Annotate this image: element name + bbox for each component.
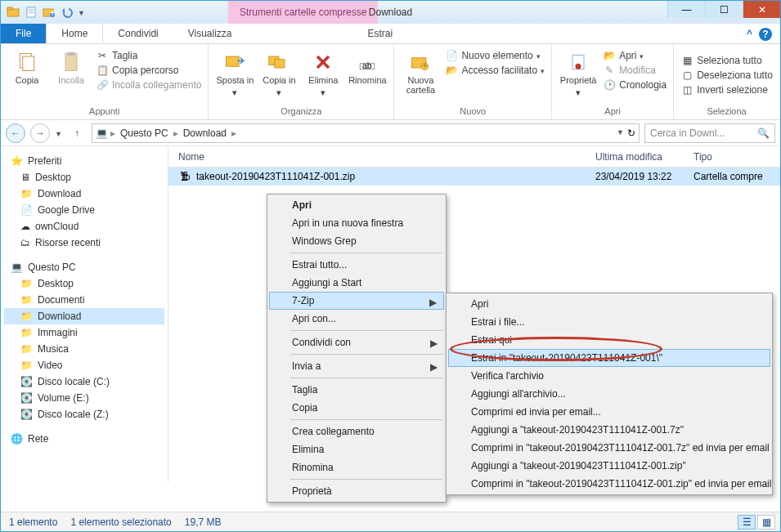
contextual-tab-header: Strumenti cartelle compresse xyxy=(228,1,378,24)
col-date[interactable]: Ultima modifica xyxy=(595,151,693,163)
ctx-share-with[interactable]: Condividi con▶ xyxy=(269,333,444,351)
sidebar-fav-desktop[interactable]: 🖥Desktop xyxy=(4,169,164,186)
col-type[interactable]: Tipo xyxy=(693,151,780,163)
extract-tab[interactable]: Estrai xyxy=(353,23,408,43)
move-to-button[interactable]: Sposta in▾ xyxy=(215,46,254,96)
sidebar-pc-docs[interactable]: 📁Documenti xyxy=(4,292,164,308)
close-button[interactable]: ✕ xyxy=(743,1,780,18)
sidebar-pc-vol-e[interactable]: 💽Volume (E:) xyxy=(4,390,164,406)
details-view-button[interactable]: ☰ xyxy=(738,515,756,530)
ctx-pin-start[interactable]: Aggiungi a Start xyxy=(269,274,444,292)
file-date: 23/04/2019 13:22 xyxy=(595,171,693,182)
share-tab[interactable]: Condividi xyxy=(103,23,173,43)
sidebar-fav-recent[interactable]: 🗂Risorse recenti xyxy=(4,235,164,251)
ctx-delete[interactable]: Elimina xyxy=(269,440,444,458)
sub-add-zip[interactable]: Aggiungi a "takeout-20190423T111041Z-001… xyxy=(448,457,770,475)
view-tab[interactable]: Visualizza xyxy=(173,23,247,43)
select-all-button[interactable]: ▦Seleziona tutto xyxy=(680,54,773,67)
sub-extract-to-folder[interactable]: Estrai in "takeout-20190423T111041Z-001\… xyxy=(448,349,770,367)
sidebar-fav-gdrive[interactable]: 📄Google Drive xyxy=(4,202,164,218)
search-input[interactable]: Cerca in Downl... 🔍 xyxy=(644,123,775,143)
sidebar-pc-video[interactable]: 📁Video xyxy=(4,357,164,373)
sub-add-archive[interactable]: Aggiungi all'archivio... xyxy=(448,385,770,403)
back-button[interactable]: ← xyxy=(6,123,25,143)
ctx-extract-all[interactable]: Estrai tutto... xyxy=(269,256,444,274)
icons-view-button[interactable]: ▦ xyxy=(757,515,775,530)
new-group-label: Nuovo xyxy=(460,105,486,118)
col-name[interactable]: Nome xyxy=(178,151,595,163)
properties-button[interactable]: Proprietà▾ xyxy=(559,46,598,96)
collapse-ribbon-icon[interactable]: ^ xyxy=(747,28,752,41)
sidebar-pc-desktop[interactable]: 📁Desktop xyxy=(4,275,164,292)
ctx-create-shortcut[interactable]: Crea collegamento xyxy=(269,422,444,440)
sidebar-favorites[interactable]: ⭐Preferiti xyxy=(4,153,164,169)
table-row[interactable]: 🗜takeout-20190423T111041Z-001.zip 23/04/… xyxy=(168,168,780,186)
file-tab[interactable]: File xyxy=(1,23,46,43)
sidebar-pc-download[interactable]: 📁Download xyxy=(4,308,164,324)
sidebar-network[interactable]: 🌐Rete xyxy=(4,431,164,447)
navigation-pane[interactable]: ⭐Preferiti 🖥Desktop 📁Download 📄Google Dr… xyxy=(1,146,168,482)
new-item-button[interactable]: 📄Nuovo elemento ▾ xyxy=(445,49,545,62)
scissors-icon: ✂ xyxy=(96,49,109,62)
ctx-copy[interactable]: Copia xyxy=(269,399,444,417)
sub-extract-files[interactable]: Estrai i file... xyxy=(448,313,770,331)
new-group: ✦Nuova cartella 📄Nuovo elemento ▾ 📂Acces… xyxy=(394,44,552,119)
status-size: 19,7 MB xyxy=(185,516,222,528)
sub-compress-email[interactable]: Comprimi ed invia per email... xyxy=(448,403,770,421)
ctx-rename[interactable]: Rinomina xyxy=(269,458,444,476)
new-folder-button[interactable]: ✦Nuova cartella xyxy=(401,46,440,95)
crumb-folder[interactable]: Download xyxy=(180,127,230,139)
sidebar-fav-download[interactable]: 📁Download xyxy=(4,186,164,202)
sub-compress-7z-email[interactable]: Comprimi in "takeout-20190423T111041Z-00… xyxy=(448,439,770,457)
ctx-cut[interactable]: Taglia xyxy=(269,381,444,399)
sidebar-pc-music[interactable]: 📁Musica xyxy=(4,341,164,357)
rename-button[interactable]: abRinomina xyxy=(348,46,387,85)
sub-verify[interactable]: Verifica l'archivio xyxy=(448,367,770,385)
ctx-open-with[interactable]: Apri con... xyxy=(269,310,444,328)
copy-to-button[interactable]: Copia in▾ xyxy=(259,46,298,96)
delete-button[interactable]: Elimina▾ xyxy=(303,46,343,96)
invert-selection-button[interactable]: ◫Inverti selezione xyxy=(680,83,773,96)
edit-button[interactable]: ✎Modifica xyxy=(603,64,667,77)
sidebar-fav-owncloud[interactable]: ☁ownCloud xyxy=(4,218,164,235)
breadcrumb[interactable]: 💻 ▸ Questo PC ▸ Download ▸ ▼ ↻ xyxy=(92,123,640,143)
copy-button[interactable]: Copia xyxy=(7,46,47,85)
paste-link-button[interactable]: 🔗Incolla collegamento xyxy=(96,78,201,92)
properties-icon[interactable] xyxy=(24,5,38,20)
ctx-windows-grep[interactable]: Windows Grep xyxy=(269,232,444,250)
sub-open[interactable]: Apri xyxy=(448,295,770,313)
open-button[interactable]: 📂Apri ▾ xyxy=(603,49,667,62)
sub-add-7z[interactable]: Aggiungi a "takeout-20190423T111041Z-001… xyxy=(448,421,770,439)
column-headers[interactable]: Nome Ultima modifica Tipo xyxy=(168,146,780,168)
qat-dropdown-icon[interactable]: ▼ xyxy=(78,9,85,17)
cut-button[interactable]: ✂Taglia xyxy=(96,49,201,62)
up-button[interactable]: ↑ xyxy=(67,123,87,143)
deselect-all-button[interactable]: ▢Deseleziona tutto xyxy=(680,69,773,82)
ctx-properties[interactable]: Proprietà xyxy=(269,482,444,500)
new-folder-icon[interactable]: + xyxy=(42,5,56,20)
refresh-icon[interactable]: ↻ xyxy=(627,127,635,139)
ctx-send-to[interactable]: Invia a▶ xyxy=(269,357,444,375)
ctx-open-new-window[interactable]: Apri in una nuova finestra xyxy=(269,214,444,232)
paste-button[interactable]: Incolla xyxy=(52,46,91,85)
sidebar-pc-images[interactable]: 📁Immagini xyxy=(4,324,164,341)
ctx-open[interactable]: Apri xyxy=(269,196,444,214)
forward-button[interactable]: → xyxy=(30,123,50,143)
easy-access-button[interactable]: 📂Accesso facilitato ▾ xyxy=(445,64,545,77)
undo-icon[interactable] xyxy=(60,5,74,20)
home-tab[interactable]: Home xyxy=(46,23,103,43)
sub-extract-here[interactable]: Estrai qui xyxy=(448,331,770,349)
ctx-7zip[interactable]: 7-Zip▶ xyxy=(269,292,444,310)
sidebar-pc-disk-z[interactable]: 💽Disco locale (Z:) xyxy=(4,406,164,422)
sidebar-this-pc[interactable]: 💻Questo PC xyxy=(4,259,164,275)
crumb-pc[interactable]: Questo PC xyxy=(117,127,172,139)
sub-compress-zip-email[interactable]: Comprimi in "takeout-20190423T111041Z-00… xyxy=(448,475,770,493)
help-icon[interactable]: ? xyxy=(759,28,772,41)
minimize-button[interactable]: — xyxy=(667,1,705,18)
copy-path-button[interactable]: 📋Copia percorso xyxy=(96,64,201,77)
maximize-button[interactable]: ☐ xyxy=(705,1,743,18)
history-button[interactable]: 🕑Cronologia xyxy=(603,78,667,92)
address-dropdown-icon[interactable]: ▼ xyxy=(617,128,624,140)
history-dropdown-icon[interactable]: ▼ xyxy=(55,130,62,138)
sidebar-pc-disk-c[interactable]: 💽Disco locale (C:) xyxy=(4,373,164,390)
